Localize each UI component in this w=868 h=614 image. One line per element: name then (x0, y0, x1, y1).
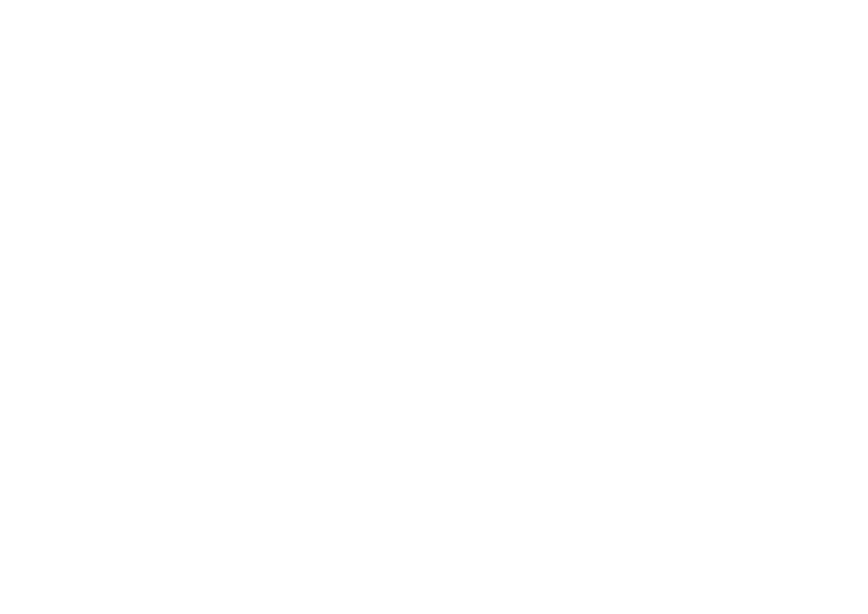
chart-container (0, 0, 868, 614)
